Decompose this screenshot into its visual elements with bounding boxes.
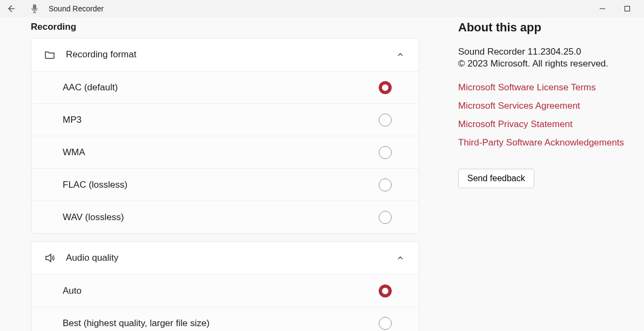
radio-indicator[interactable] [379, 284, 392, 297]
titlebar: Sound Recorder [0, 0, 644, 17]
radio-indicator[interactable] [379, 211, 392, 224]
about-link[interactable]: Microsoft Software License Terms [458, 82, 640, 93]
chevron-up-icon [394, 251, 407, 264]
option-label: WMA [63, 147, 379, 158]
recording-format-option[interactable]: FLAC (lossless) [31, 168, 419, 201]
back-button[interactable] [4, 2, 17, 15]
recording-format-expander[interactable]: Recording format [31, 38, 419, 71]
audio-quality-option[interactable]: Auto [31, 274, 419, 307]
recording-format-option[interactable]: AAC (default) [31, 71, 419, 103]
expander-label: Recording format [66, 49, 394, 60]
radio-indicator[interactable] [379, 81, 392, 94]
radio-indicator[interactable] [379, 178, 392, 191]
send-feedback-button[interactable]: Send feedback [458, 169, 534, 188]
main-panel: Recording Recording format AAC (default)… [0, 17, 427, 331]
audio-quality-card: Audio quality AutoBest (highest quality,… [31, 241, 419, 331]
expander-label: Audio quality [66, 253, 394, 263]
recording-format-option[interactable]: WMA [31, 136, 419, 168]
option-label: FLAC (lossless) [63, 180, 379, 190]
section-heading-recording: Recording [31, 22, 427, 32]
svg-rect-4 [625, 6, 630, 11]
speaker-icon [43, 251, 56, 264]
option-label: MP3 [63, 115, 379, 125]
about-panel: About this app Sound Recorder 11.2304.25… [427, 17, 644, 331]
about-copyright: © 2023 Microsoft. All rights reserved. [458, 58, 640, 69]
app-icon [28, 2, 41, 15]
maximize-button[interactable] [615, 0, 640, 17]
radio-indicator[interactable] [379, 146, 392, 159]
minimize-button[interactable] [590, 0, 615, 17]
recording-format-card: Recording format AAC (default)MP3WMAFLAC… [31, 38, 419, 234]
about-link[interactable]: Microsoft Services Agreement [458, 101, 640, 111]
option-label: WAV (lossless) [63, 212, 379, 223]
window-title: Sound Recorder [49, 4, 104, 13]
about-link[interactable]: Third-Party Software Acknowledgements [458, 137, 640, 148]
radio-indicator[interactable] [379, 114, 392, 127]
about-version: Sound Recorder 11.2304.25.0 [458, 47, 640, 57]
content: Recording Recording format AAC (default)… [0, 17, 644, 331]
about-link[interactable]: Microsoft Privacy Statement [458, 119, 640, 130]
about-heading: About this app [458, 21, 640, 35]
recording-format-option[interactable]: WAV (lossless) [31, 201, 419, 233]
audio-quality-expander[interactable]: Audio quality [31, 242, 419, 274]
audio-quality-option[interactable]: Best (highest quality, larger file size) [31, 307, 419, 331]
folder-icon [43, 48, 56, 61]
chevron-up-icon [394, 48, 407, 61]
option-label: Auto [63, 286, 379, 296]
recording-format-option[interactable]: MP3 [31, 103, 419, 136]
radio-indicator[interactable] [379, 317, 392, 330]
option-label: Best (highest quality, larger file size) [63, 318, 379, 329]
option-label: AAC (default) [63, 82, 379, 93]
svg-rect-0 [33, 4, 36, 10]
